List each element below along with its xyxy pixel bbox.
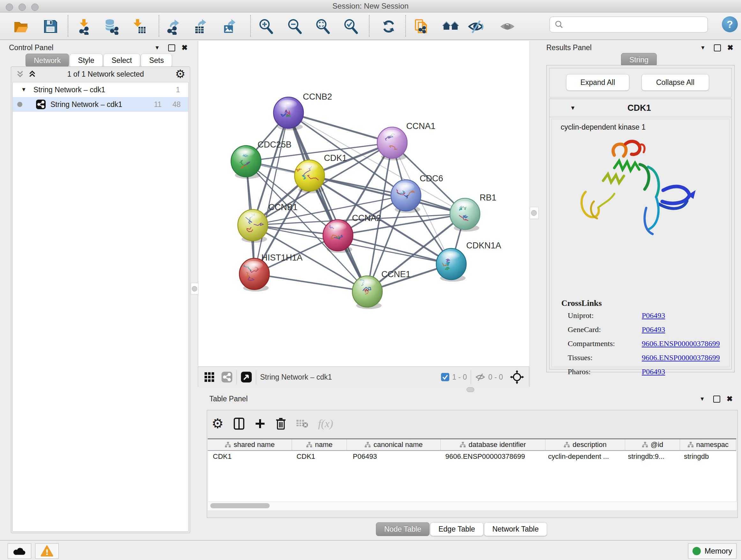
delete-table-icon[interactable] [296,419,309,429]
hidden-eye-icon[interactable] [475,372,486,382]
show-columns-icon[interactable] [233,417,245,430]
export-image-icon[interactable] [221,17,239,36]
tab-select[interactable]: Select [104,54,140,67]
table-cell[interactable]: cyclin-dependent ... [543,451,623,462]
tab-style[interactable]: Style [70,54,103,67]
refresh-icon[interactable] [380,17,398,36]
tab-node-table[interactable]: Node Table [376,522,429,536]
panel-close-icon[interactable]: ✖ [182,44,188,51]
column-header-database-identifier[interactable]: database identifier [441,439,545,450]
network-node-CDKN1A[interactable] [436,248,466,282]
network-canvas[interactable]: CCNB2CCNA1CDC25BCDK1CDC6RB1CCNB1CCNA2CDK… [198,41,529,367]
zoom-out-icon[interactable] [286,17,304,36]
tab-network-table[interactable]: Network Table [484,522,547,536]
center-crosshair-icon[interactable] [510,370,524,384]
network-node-HIST1H1A[interactable] [239,258,269,292]
column-header--id[interactable]: @id [625,439,680,450]
network-edge-CCNA2-CDKN1A[interactable] [338,235,451,264]
search-input[interactable] [566,20,708,29]
column-header-canonical-name[interactable]: canonical name [347,439,441,450]
network-node-CCNA1[interactable] [377,127,407,160]
grid-view-icon[interactable] [204,372,215,382]
memory-button[interactable]: Memory [688,543,737,559]
network-options-gear-icon[interactable]: ⚙ [175,68,185,80]
expand-all-button[interactable]: Expand All [566,74,629,91]
network-collection-row[interactable]: ▼ String Network – cdk1 1 [13,82,188,97]
network-node-CCNB1[interactable] [238,209,268,243]
birds-eye-view-icon[interactable] [241,371,252,383]
collapse-all-button[interactable]: Collapse All [642,74,709,91]
network-node-CDC25B[interactable] [231,145,261,179]
network-graph[interactable]: CCNB2CCNA1CDC25BCDK1CDC6RB1CCNB1CCNA2CDK… [198,41,529,367]
entry-expand-icon[interactable]: ▼ [570,105,576,111]
zoom-selected-icon[interactable] [342,17,360,36]
panel-close-icon[interactable]: ✖ [727,395,733,402]
expand-all-chevron-icon[interactable] [28,71,36,78]
open-file-icon[interactable] [12,17,30,36]
panel-collapse-icon[interactable]: ▼ [700,45,705,51]
network-edge-CCNB2-CCNA1[interactable] [288,113,392,143]
table-row[interactable]: CDK1CDK1P064939606.ENSP00000378699cyclin… [208,451,736,462]
zoom-in-icon[interactable] [257,17,275,36]
network-edge-CCNB2-CCNE1[interactable] [288,113,367,292]
tab-string[interactable]: String [621,53,657,67]
network-node-CDC6[interactable] [391,180,421,213]
table-settings-gear-icon[interactable]: ⚙ [212,417,224,430]
add-column-icon[interactable] [254,418,266,429]
network-edge-CCNB2-HIST1H1A[interactable] [254,113,288,274]
panel-collapse-icon[interactable]: ▼ [699,396,705,402]
bottom-splitter-handle[interactable] [467,387,474,392]
export-network-icon[interactable] [165,17,183,36]
panel-float-icon[interactable] [713,395,720,402]
entry-header[interactable]: ▼ CDK1 [549,99,731,117]
crosslink-value-link[interactable]: 9606.ENSP00000378699 [642,354,720,362]
tab-sets[interactable]: Sets [141,54,172,67]
table-cell[interactable]: 9606.ENSP00000378699 [441,451,543,462]
selected-checkbox-icon[interactable] [441,373,450,381]
cloud-button[interactable] [8,543,31,559]
export-table-icon[interactable] [192,17,209,36]
tree-expand-icon[interactable]: ▼ [21,86,26,93]
import-network-file-icon[interactable] [75,17,93,36]
table-cell[interactable]: stringdb:9... [623,451,678,462]
crosslink-value-link[interactable]: P06493 [642,311,665,320]
tab-network[interactable]: Network [25,54,69,67]
network-view-share-icon[interactable] [221,371,232,383]
import-network-database-icon[interactable] [102,17,120,36]
panel-close-icon[interactable]: ✖ [727,44,733,51]
right-splitter-handle[interactable] [531,210,537,216]
network-node-CCNA2[interactable] [323,220,353,253]
panel-float-icon[interactable] [714,44,721,51]
help-button[interactable]: ? [722,16,738,32]
table-cell[interactable]: stringdb [679,451,736,462]
table-cell[interactable]: CDK1 [208,451,291,462]
show-eye-icon[interactable] [498,17,516,36]
network-edge-HIST1H1A-CCNE1[interactable] [254,274,367,292]
panel-collapse-icon[interactable]: ▼ [154,45,160,51]
collapse-all-chevron-icon[interactable] [16,71,24,78]
crosslink-value-link[interactable]: P06493 [642,325,665,334]
network-node-RB1[interactable] [450,198,480,232]
warning-button[interactable] [35,543,59,559]
show-all-networks-icon[interactable] [442,17,460,36]
network-node-CCNE1[interactable] [352,276,382,309]
column-header-namespac[interactable]: namespac [680,439,736,450]
network-node-CDK1[interactable] [294,160,325,193]
network-row-selected[interactable]: String Network – cdk1 11 48 [13,97,188,112]
hide-selected-eye-icon[interactable] [467,17,485,36]
zoom-fit-icon[interactable] [314,17,332,36]
crosslink-value-link[interactable]: P06493 [642,368,665,376]
copy-style-icon[interactable] [412,17,430,36]
panel-float-icon[interactable] [168,44,175,51]
column-header-description[interactable]: description [545,439,625,450]
left-splitter-handle[interactable] [192,286,197,292]
import-table-file-icon[interactable] [130,17,148,36]
tab-edge-table[interactable]: Edge Table [430,522,483,536]
save-session-icon[interactable] [42,17,59,36]
table-cell[interactable]: CDK1 [291,451,347,462]
table-horizontal-scrollbar[interactable] [208,502,737,509]
column-header-shared-name[interactable]: shared name [208,439,292,450]
column-header-name[interactable]: name [292,439,347,450]
table-cell[interactable]: P06493 [348,451,441,462]
crosslink-value-link[interactable]: 9606.ENSP00000378699 [642,339,720,348]
